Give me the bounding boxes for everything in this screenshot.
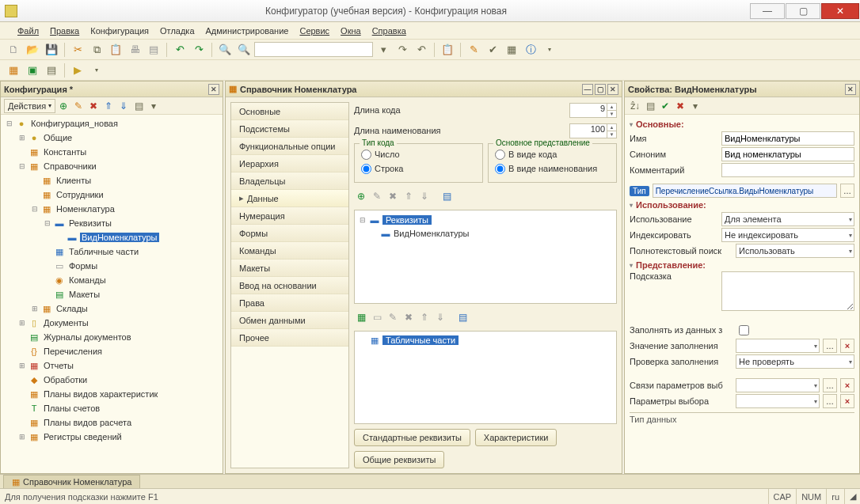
help-dd-icon[interactable]: ▾	[541, 41, 558, 59]
prop-type-field[interactable]: ПеречислениеСсылка.ВидыНоменклатуры	[653, 184, 837, 198]
category-item[interactable]: Подсистемы	[231, 120, 348, 138]
props-misc-icon[interactable]: ▾	[688, 99, 702, 113]
redo-icon[interactable]: ↷	[190, 41, 207, 59]
search-prev-icon[interactable]: ↶	[413, 41, 430, 59]
section-view[interactable]: Представление:	[630, 259, 854, 271]
search-next-icon[interactable]: ↷	[394, 41, 411, 59]
requisites-tree[interactable]: ⊟▬Реквизиты ▬ВидНоменклатуры	[354, 210, 617, 304]
spinner-down-icon[interactable]: ▼	[607, 111, 616, 117]
prop-synonym-input[interactable]	[721, 147, 854, 161]
req-add-icon[interactable]: ⊕	[354, 189, 368, 203]
tree-item[interactable]: ⊞▯Документы	[1, 316, 223, 330]
tree-item[interactable]: ⊞▦Регистры сведений	[1, 430, 223, 444]
category-item[interactable]: Формы	[231, 225, 348, 242]
tree-item[interactable]: ⊟▦Номенклатура	[1, 202, 223, 216]
tree-item[interactable]: ⊞▦Отчеты	[1, 358, 223, 373]
run-icon[interactable]: ▶	[69, 62, 86, 79]
prop-comment-input[interactable]	[721, 163, 854, 177]
req-down-icon[interactable]: ⇓	[417, 189, 432, 203]
prop-fillcheck-select[interactable]: Не проверять	[736, 354, 854, 369]
spinner-up-icon[interactable]: ▲	[607, 124, 616, 131]
section-basic[interactable]: Основные:	[630, 118, 854, 131]
edit-icon[interactable]: ✎	[71, 99, 86, 113]
category-item[interactable]: Владельцы	[231, 172, 348, 190]
category-item[interactable]: Иерархия	[231, 155, 348, 172]
category-item[interactable]: Данные	[231, 190, 348, 207]
prop-usage-select[interactable]: Для элемента	[721, 212, 854, 226]
category-item[interactable]: Права	[231, 294, 348, 312]
maximize-button[interactable]: ▢	[786, 3, 820, 19]
tree-item[interactable]: ▦Клиенты	[1, 173, 223, 188]
tabparts-root[interactable]: Табличные части	[382, 335, 459, 345]
category-item[interactable]: Прочее	[231, 329, 348, 347]
prop-hint-textarea[interactable]	[721, 271, 854, 311]
status-resize-grip[interactable]: ◢	[844, 489, 855, 504]
linkparams-browse-button[interactable]: …	[823, 378, 837, 392]
dict-minimize-icon[interactable]: —	[582, 84, 593, 95]
linkparams-clear-button[interactable]: ×	[840, 378, 854, 392]
req-delete-icon[interactable]: ✖	[386, 189, 400, 203]
tb2-icon-1[interactable]: ▦	[5, 62, 22, 79]
dict-close-icon[interactable]: ✕	[607, 84, 618, 95]
category-item[interactable]: Обмен данными	[231, 312, 348, 329]
code-type-number-radio[interactable]	[361, 150, 371, 160]
common-requisites-button[interactable]: Общие реквизиты	[354, 451, 444, 468]
tree-item[interactable]: ▭Формы	[1, 259, 223, 273]
fillvalue-clear-button[interactable]: ×	[840, 339, 854, 353]
spinner-down-icon[interactable]: ▼	[607, 131, 616, 138]
categorize-icon[interactable]: ▤	[643, 99, 657, 113]
print-icon[interactable]: 🖶	[126, 41, 143, 59]
minimize-button[interactable]: —	[750, 3, 785, 19]
name-length-input[interactable]: 100▲▼	[569, 123, 617, 138]
category-item[interactable]: Функциональные опции	[231, 138, 348, 155]
category-item[interactable]: Макеты	[231, 260, 348, 277]
category-item[interactable]: Основные	[231, 103, 348, 120]
copy-icon[interactable]: ⧉	[88, 41, 105, 59]
tabparts-tree[interactable]: ▦Табличные части	[354, 331, 617, 425]
doc-tab-dictionary[interactable]: ▦Справочник Номенклатура	[3, 475, 140, 488]
category-item[interactable]: Команды	[231, 242, 348, 260]
tree-item[interactable]: ⊟▦Справочники	[1, 159, 223, 173]
clipboard-icon[interactable]: 📋	[439, 41, 456, 59]
section-usage[interactable]: Использование:	[630, 199, 854, 211]
tree-item[interactable]: ▤Журналы документов	[1, 330, 223, 344]
tree-item[interactable]: ▬ВидНоменклатуры	[1, 230, 223, 244]
move-down-icon[interactable]: ⇓	[116, 99, 131, 113]
menu-admin[interactable]: Администрирование	[203, 25, 292, 36]
tree-item[interactable]: ▦Планы видов расчета	[1, 415, 223, 430]
dict-maximize-icon[interactable]: ▢	[595, 84, 606, 95]
sort-icon[interactable]: ▤	[131, 99, 146, 113]
prop-index-select[interactable]: Не индексировать	[721, 228, 854, 242]
req-child[interactable]: ВидНоменклатуры	[394, 229, 470, 238]
props-check-icon[interactable]: ✔	[658, 99, 672, 113]
menu-windows[interactable]: Окна	[337, 25, 364, 36]
prop-name-input[interactable]	[721, 131, 854, 146]
tree-item[interactable]: ◆Обработки	[1, 373, 223, 387]
tree-item[interactable]: ▦Константы	[1, 145, 223, 159]
prop-fillvalue-field[interactable]	[736, 339, 820, 353]
category-item[interactable]: Ввод на основании	[231, 277, 348, 294]
prop-linkparams-field[interactable]	[736, 378, 820, 392]
config-tree[interactable]: ⊟●Конфигурация_новая⊞●Общие▦Константы⊟▦С…	[1, 115, 223, 473]
main-view-name-radio[interactable]	[495, 164, 505, 174]
tp-add-icon[interactable]: ▦	[354, 310, 368, 324]
menu-edit[interactable]: Правка	[47, 25, 82, 36]
tp-add2-icon[interactable]: ▭	[370, 310, 384, 324]
tp-down-icon[interactable]: ⇓	[433, 310, 447, 324]
close-button[interactable]: ✕	[821, 3, 859, 19]
find-icon[interactable]: 🔍	[216, 41, 234, 59]
sort-az-icon[interactable]: ẑ↓	[628, 99, 642, 113]
run-dd-icon[interactable]: ▾	[88, 62, 105, 79]
zoom-icon[interactable]: 🔍	[235, 41, 253, 59]
tb2-icon-2[interactable]: ▣	[24, 62, 41, 79]
cut-icon[interactable]: ✂	[69, 41, 86, 59]
search-dd-icon[interactable]: ▾	[375, 41, 392, 59]
save-icon[interactable]: 💾	[43, 41, 60, 59]
tree-item[interactable]: ▤Макеты	[1, 287, 223, 301]
tree-item[interactable]: ⊟▬Реквизиты	[1, 216, 223, 230]
actions-dropdown[interactable]: Действия▾	[4, 99, 55, 113]
main-view-code-radio[interactable]	[495, 150, 505, 160]
new-icon[interactable]: 🗋	[5, 41, 22, 59]
code-type-string-radio[interactable]	[361, 164, 371, 174]
tree-item[interactable]: ◉Команды	[1, 273, 223, 287]
